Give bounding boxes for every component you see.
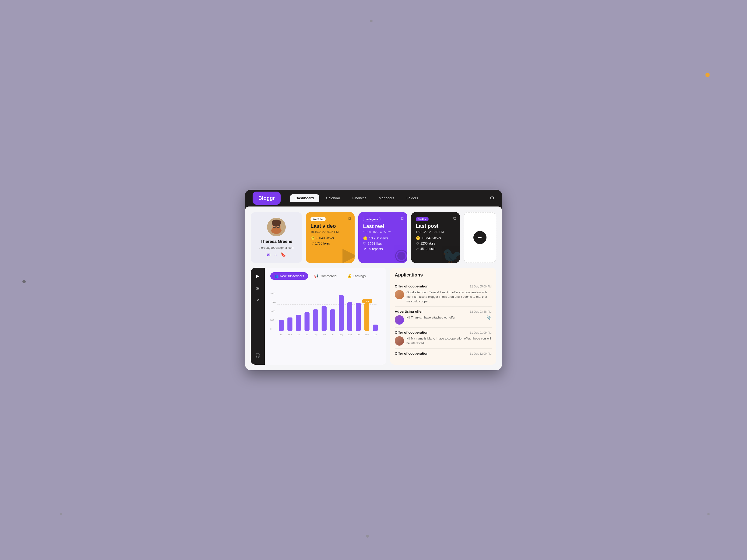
app-item: Advertising offer 12 Oct, 03:38 PM Hi! T… (395, 306, 492, 328)
bar-apr (304, 312, 309, 331)
twitter-badge: Twitter (416, 217, 429, 221)
svg-text:1000: 1000 (270, 310, 275, 313)
app-subject: Offer of cooperation (395, 330, 428, 335)
logo: Bloggr (253, 192, 281, 205)
avatar (267, 218, 286, 236)
app-item-header: Offer of cooperation 12 Oct, 05:00 PM (395, 284, 492, 288)
instagram-date: 10.10.2022 4.25 PM (363, 230, 403, 234)
svg-point-2 (271, 227, 282, 234)
svg-text:Aug: Aug (339, 333, 343, 336)
profile-email: theresag1992@gmail.com (259, 246, 294, 249)
tab-calendar[interactable]: Calendar (320, 194, 346, 202)
svg-text:2000: 2000 (270, 292, 275, 294)
bar-aug (339, 295, 344, 331)
bookmark-icon[interactable]: 🔖 (281, 252, 286, 257)
commercial-icon: 📢 (314, 274, 318, 278)
app-item-header: Offer of cooperation 11 Oct, 12:00 PM (395, 351, 492, 355)
earnings-icon: 💰 (347, 274, 351, 278)
app-text: Hi! Thanks. I have attached our offer (406, 315, 456, 320)
svg-text:May: May (314, 333, 318, 336)
sidebar-headphones-icon[interactable]: 🎧 (253, 351, 262, 360)
youtube-title: Last video (310, 223, 350, 229)
sidebar-icons: ▶ ◉ ✕ 🎧 (251, 268, 265, 365)
twitter-views: 😊 10 347 views (416, 236, 455, 240)
tab-managers[interactable]: Managers (373, 194, 400, 202)
app-avatar (395, 315, 404, 325)
svg-text:Oct: Oct (357, 333, 360, 336)
youtube-card: ⧉ YouTube Last video 10.10.2022 6.35 PM … (306, 212, 355, 263)
app-subject: Offer of cooperation (395, 351, 428, 355)
svg-text:1.550: 1.550 (364, 300, 370, 303)
nav-bar: Bloggr Dashboard Calendar Finances Manag… (245, 190, 502, 207)
svg-text:Nov: Nov (365, 333, 369, 336)
profile-action-icons: ✉ ⌕ 🔖 (267, 252, 286, 257)
instagram-external-icon[interactable]: ⧉ (401, 216, 404, 221)
chart-tabs: 👥 New subscribers 📢 Commercial 💰 Earning… (270, 272, 381, 280)
chart-panel: 👥 New subscribers 📢 Commercial 💰 Earning… (265, 268, 386, 365)
add-icon: + (473, 231, 487, 244)
instagram-badge: Instagram (363, 217, 381, 221)
subscribers-icon: 👥 (275, 274, 279, 278)
search-icon[interactable]: ⌕ (274, 252, 277, 257)
youtube-views: 😊 8 040 views (310, 236, 350, 240)
views-icon: 😊 (416, 236, 420, 240)
app-item-header: Advertising offer 12 Oct, 03:38 PM (395, 310, 492, 313)
app-container: Bloggr Dashboard Calendar Finances Manag… (245, 190, 502, 371)
add-platform-card[interactable]: + (464, 212, 496, 263)
profile-card: Theresa Greene theresag1992@gmail.com ✉ … (251, 212, 302, 263)
views-icon: 😊 (310, 236, 315, 240)
bar-feb (287, 317, 292, 331)
sidebar-youtube-icon[interactable]: ▶ (253, 271, 262, 281)
profile-name: Theresa Greene (260, 239, 292, 244)
application-list: Offer of cooperation 12 Oct, 05:00 PM Go… (395, 282, 492, 360)
bottom-row: ▶ ◉ ✕ 🎧 👥 New subscribers 📢 (251, 268, 496, 365)
youtube-date: 10.10.2022 6.35 PM (310, 230, 350, 234)
app-body: Hi! Thanks. I have attached our offer 📎 (395, 315, 492, 325)
reposts-icon: ↗ (363, 247, 366, 251)
app-time: 12 Oct, 05:00 PM (470, 285, 492, 288)
bar-chart: 2000 1.500 1000 500 0 (270, 285, 381, 345)
settings-icon[interactable]: ⚙ (490, 195, 494, 201)
avatar-image (267, 218, 286, 236)
app-time: 12 Oct, 03:38 PM (470, 310, 492, 313)
svg-text:Dec: Dec (374, 333, 377, 336)
likes-icon: ♡ (416, 241, 419, 246)
app-subject: Offer of cooperation (395, 284, 428, 288)
svg-text:500: 500 (270, 319, 274, 321)
logo-text: Bloggr (258, 195, 275, 201)
sidebar-twitter-icon[interactable]: ✕ (253, 296, 262, 305)
tab-dashboard[interactable]: Dashboard (290, 194, 319, 202)
mail-icon[interactable]: ✉ (267, 252, 271, 257)
app-item-header: Offer of cooperation 11 Oct, 01:09 PM (395, 330, 492, 335)
twitter-likes: ♡ 1200 likes (416, 241, 455, 246)
tab-folders[interactable]: Folders (401, 194, 424, 202)
twitter-date: 12.10.2022 3.40 PM (416, 230, 455, 234)
app-text: Hi! My name is Mark. I have a cooperatio… (406, 336, 492, 345)
tab-finances[interactable]: Finances (347, 194, 372, 202)
twitter-external-icon[interactable]: ⧉ (453, 216, 456, 221)
applications-panel: Applications Offer of cooperation 12 Oct… (390, 268, 496, 365)
youtube-bg-icon: ▶ (342, 244, 355, 263)
applications-title: Applications (395, 272, 492, 278)
twitter-card: ⧉ Twitter Last post 12.10.2022 3.40 PM 😊… (411, 212, 460, 263)
top-row: Theresa Greene theresag1992@gmail.com ✉ … (251, 212, 496, 263)
reposts-icon: ↗ (416, 247, 419, 251)
bar-jul (330, 310, 335, 331)
youtube-external-icon[interactable]: ⧉ (348, 216, 351, 221)
app-text: Good afternoon, Teresa! I want to offer … (406, 290, 492, 304)
tab-commercial[interactable]: 📢 Commercial (310, 272, 341, 280)
chart-section: ▶ ◉ ✕ 🎧 👥 New subscribers 📢 (251, 268, 386, 365)
instagram-bg-icon: ◉ (394, 245, 407, 263)
likes-icon: ♡ (310, 241, 314, 246)
svg-text:0: 0 (270, 328, 272, 330)
app-item: Offer of cooperation 12 Oct, 05:00 PM Go… (395, 282, 492, 307)
sidebar-instagram-icon[interactable]: ◉ (253, 284, 262, 293)
instagram-card: ⧉ Instagram Last reel 10.10.2022 4.25 PM… (358, 212, 407, 263)
tab-new-subscribers[interactable]: 👥 New subscribers (270, 272, 308, 280)
svg-text:Jun: Jun (323, 333, 326, 336)
chart-area: 2000 1.500 1000 500 0 (270, 285, 381, 360)
tab-earnings[interactable]: 💰 Earnings (343, 272, 370, 280)
likes-icon: ♡ (363, 241, 366, 246)
bar-may (313, 310, 318, 331)
main-content: Theresa Greene theresag1992@gmail.com ✉ … (245, 207, 502, 371)
